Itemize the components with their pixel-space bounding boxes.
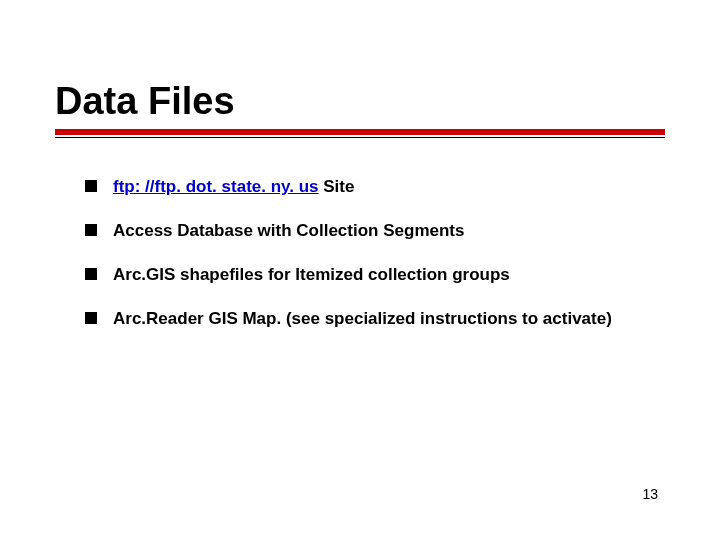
page-number: 13 <box>642 486 658 502</box>
bullet-list: ftp: //ftp. dot. state. ny. us Site Acce… <box>55 176 665 330</box>
list-item: Arc.Reader GIS Map. (see specialized ins… <box>85 308 665 330</box>
list-item: ftp: //ftp. dot. state. ny. us Site <box>85 176 665 198</box>
page-title: Data Files <box>55 80 665 123</box>
list-item-text: Access Database with Collection Segments <box>113 221 464 240</box>
list-item-text: Arc.GIS shapefiles for Itemized collecti… <box>113 265 510 284</box>
list-item-suffix: Site <box>319 177 355 196</box>
list-item-text: Arc.Reader GIS Map. (see specialized ins… <box>113 309 612 328</box>
list-item: Access Database with Collection Segments <box>85 220 665 242</box>
title-rule-thin <box>55 137 665 138</box>
title-rule-thick <box>55 129 665 135</box>
list-item: Arc.GIS shapefiles for Itemized collecti… <box>85 264 665 286</box>
ftp-link[interactable]: ftp: //ftp. dot. state. ny. us <box>113 177 319 196</box>
slide: Data Files ftp: //ftp. dot. state. ny. u… <box>0 0 720 540</box>
